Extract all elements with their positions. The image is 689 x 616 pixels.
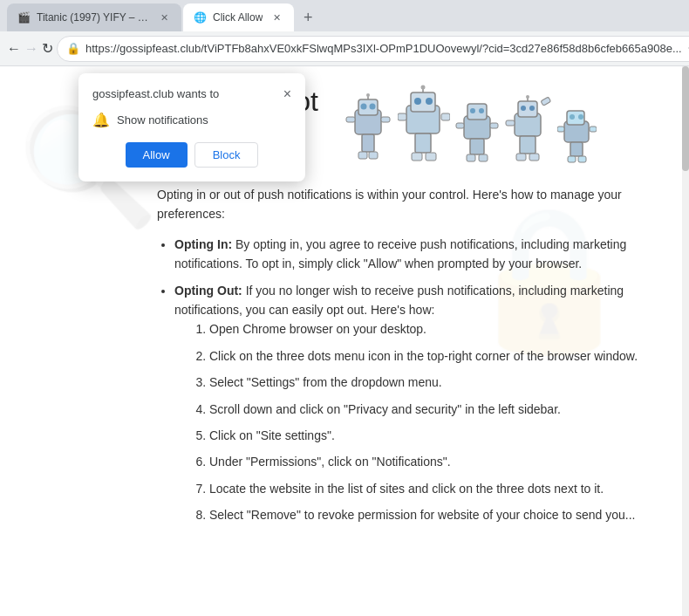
scrollbar[interactable] [682, 66, 689, 616]
svg-rect-26 [470, 139, 484, 154]
notification-popup: gossipfeast.club wants to × 🔔 Show notif… [78, 73, 305, 181]
svg-rect-30 [490, 123, 498, 128]
refresh-button[interactable]: ↻ [42, 37, 53, 61]
step-4: Scroll down and click on "Privacy and se… [209, 400, 654, 419]
svg-rect-48 [578, 156, 586, 162]
url-text: https://gossipfeast.club/tViPTFb8ahxVE0x… [85, 42, 682, 55]
svg-point-41 [526, 95, 529, 99]
svg-rect-7 [346, 117, 355, 122]
scrollbar-thumb[interactable] [682, 66, 689, 171]
step-2: Click on the three dots menu icon in the… [209, 346, 654, 366]
robot-4 [504, 94, 552, 171]
svg-rect-4 [362, 134, 374, 152]
new-tab-button[interactable]: + [296, 5, 320, 30]
svg-point-13 [414, 98, 421, 105]
body-text: Opting in or out of push notifications i… [157, 185, 654, 524]
svg-point-14 [426, 98, 433, 105]
allow-button[interactable]: Allow [126, 142, 188, 168]
forward-button[interactable]: → [24, 37, 38, 61]
address-bar[interactable]: 🔒 https://gossipfeast.club/tViPTFb8ahxVE… [57, 36, 689, 62]
popup-title: gossipfeast.club wants to [92, 87, 219, 100]
opt-out-item: Opting Out: If you no longer wish to rec… [174, 281, 654, 525]
step-6: Under "Permissions", click on "Notificat… [209, 452, 654, 471]
svg-rect-8 [381, 117, 390, 122]
svg-rect-6 [369, 152, 378, 159]
svg-point-3 [370, 104, 376, 110]
svg-point-24 [470, 108, 475, 113]
robot-1 [344, 92, 392, 171]
step-5: Click on "Site settings". [209, 426, 654, 445]
svg-point-44 [570, 114, 575, 120]
robots-illustration [344, 84, 597, 171]
opt-in-text: By opting in, you agree to receive push … [174, 237, 626, 270]
opt-in-item: Opting In: By opting in, you agree to re… [174, 235, 654, 274]
step-1: Open Chrome browser on your desktop. [209, 319, 654, 339]
lock-icon: 🔒 [66, 42, 80, 55]
svg-rect-37 [529, 154, 539, 161]
popup-close-button[interactable]: × [283, 87, 291, 101]
body-intro: Opting in or out of push notifications i… [157, 185, 654, 224]
bell-icon: 🔔 [92, 112, 110, 128]
svg-rect-29 [456, 123, 464, 128]
toolbar: ← → ↻ 🔒 https://gossipfeast.club/tViPTFb… [0, 31, 689, 66]
tab-inactive[interactable]: 🎬 Titanic (1997) YIFY – Downloadi ✕ [7, 3, 181, 31]
svg-rect-36 [516, 154, 526, 161]
svg-rect-50 [590, 127, 597, 132]
svg-rect-16 [412, 153, 422, 161]
steps-list: Open Chrome browser on your desktop. Cli… [209, 319, 654, 524]
popup-notification-label: Show notifications [117, 113, 208, 127]
opt-in-label: Opting In: [174, 237, 232, 251]
svg-rect-47 [568, 156, 576, 162]
svg-rect-19 [441, 113, 450, 120]
opt-out-text: If you no longer wish to receive push no… [174, 284, 624, 317]
browser-window: 🎬 Titanic (1997) YIFY – Downloadi ✕ 🌐 Cl… [0, 0, 689, 616]
tab2-close[interactable]: ✕ [269, 10, 283, 24]
svg-rect-5 [358, 152, 367, 159]
tab1-title: Titanic (1997) YIFY – Downloadi [37, 11, 150, 24]
svg-rect-35 [520, 136, 536, 154]
robot-5 [557, 106, 597, 171]
popup-buttons: Allow Block [92, 142, 291, 168]
tab1-close[interactable]: ✕ [157, 10, 171, 24]
svg-point-34 [529, 106, 535, 111]
step-3: Select "Settings" from the dropdown menu… [209, 373, 654, 392]
svg-rect-38 [541, 97, 551, 106]
tab-active[interactable]: 🌐 Click Allow ✕ [183, 3, 294, 31]
step-8: Select "Remove" to revoke permission for… [209, 505, 654, 524]
svg-point-45 [578, 114, 583, 120]
step-7: Locate the website in the list of sites … [209, 479, 654, 498]
svg-rect-17 [426, 153, 436, 161]
svg-rect-28 [479, 154, 488, 161]
opt-out-label: Opting Out: [174, 284, 242, 298]
body-list: Opting In: By opting in, you agree to re… [174, 235, 654, 525]
popup-notification-row: 🔔 Show notifications [92, 112, 291, 128]
robot-2 [398, 84, 450, 171]
svg-point-2 [361, 104, 367, 110]
back-button[interactable]: ← [7, 37, 21, 61]
robot-3 [455, 97, 499, 171]
svg-rect-46 [570, 142, 583, 156]
svg-rect-49 [557, 127, 564, 132]
tab1-favicon: 🎬 [17, 11, 30, 24]
svg-rect-18 [398, 113, 406, 120]
tab-bar: 🎬 Titanic (1997) YIFY – Downloadi ✕ 🌐 Cl… [0, 0, 689, 31]
svg-point-10 [366, 93, 370, 97]
tab2-favicon: 🌐 [194, 11, 206, 24]
svg-rect-39 [506, 120, 515, 126]
svg-point-25 [479, 108, 484, 113]
popup-header: gossipfeast.club wants to × [92, 87, 291, 101]
svg-point-21 [421, 86, 426, 90]
tab2-title: Click Allow [213, 11, 263, 24]
page-content: gossipfeast.club wants to × 🔔 Show notif… [0, 66, 689, 616]
svg-point-33 [521, 106, 526, 111]
block-button[interactable]: Block [194, 142, 259, 168]
svg-rect-15 [415, 133, 431, 153]
svg-rect-27 [467, 154, 475, 161]
